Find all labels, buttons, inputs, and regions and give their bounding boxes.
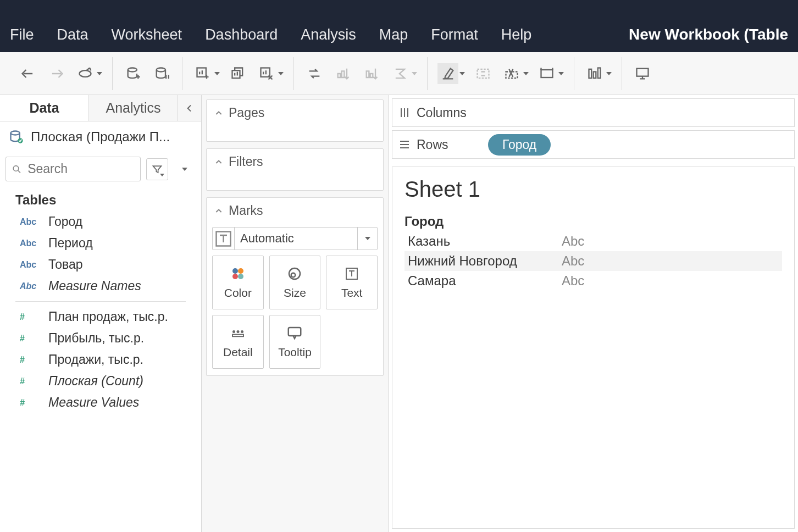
new-worksheet-button[interactable]	[192, 63, 213, 84]
undo-button[interactable]	[18, 63, 38, 84]
datasource-label: Плоская (Продажи П...	[31, 129, 170, 145]
swap-button[interactable]	[304, 63, 325, 84]
svg-point-23	[232, 330, 235, 333]
toolbar	[0, 52, 798, 95]
number-icon: #	[20, 334, 38, 343]
number-icon: #	[20, 398, 38, 408]
labels-button[interactable]	[473, 63, 494, 84]
format-dropdown[interactable]	[523, 72, 529, 75]
table-row[interactable]: СамараAbc	[404, 271, 782, 291]
field-measure[interactable]: #План продаж, тыс.р.	[0, 306, 201, 328]
table-row[interactable]: КазаньAbc	[404, 231, 782, 251]
tab-data[interactable]: Data	[0, 95, 89, 121]
text-mark-icon	[213, 228, 235, 250]
redo-button[interactable]	[46, 63, 67, 84]
workbook-title: New Workbook (Table	[629, 26, 788, 43]
clear-button[interactable]	[256, 63, 277, 84]
menu-map[interactable]: Map	[379, 26, 408, 43]
sheet-canvas[interactable]: Sheet 1 Город КазаньAbc Нижний НовгородA…	[392, 167, 795, 529]
presentation-button[interactable]	[632, 63, 653, 84]
clear-dropdown[interactable]	[278, 72, 284, 75]
datasource-item[interactable]: Плоская (Продажи П...	[0, 121, 201, 152]
detail-icon	[230, 325, 246, 341]
number-icon: #	[20, 312, 38, 322]
sheet-title[interactable]: Sheet 1	[404, 177, 782, 202]
menu-dashboard[interactable]: Dashboard	[205, 26, 278, 43]
pause-datasource-button[interactable]	[151, 63, 172, 84]
show-me-button[interactable]	[584, 63, 605, 84]
field-dimension[interactable]: AbcГород	[0, 211, 201, 232]
row-pill-city[interactable]: Город	[488, 134, 551, 156]
search-box[interactable]	[5, 157, 141, 181]
save-button[interactable]	[75, 63, 96, 84]
totals-dropdown[interactable]	[412, 72, 417, 75]
svg-point-14	[13, 165, 19, 171]
sort-asc-button[interactable]	[332, 63, 353, 84]
show-me-dropdown[interactable]	[606, 72, 612, 75]
filter-icon	[152, 164, 163, 175]
svg-rect-8	[589, 69, 592, 77]
field-dimension[interactable]: AbcТовар	[0, 254, 201, 275]
search-input[interactable]	[27, 162, 135, 176]
menu-file[interactable]: File	[10, 26, 34, 43]
totals-button[interactable]	[390, 63, 411, 84]
svg-rect-7	[541, 70, 553, 77]
duplicate-button[interactable]	[228, 63, 248, 84]
table-row[interactable]: Нижний НовгородAbc	[404, 251, 782, 271]
svg-rect-27	[289, 328, 301, 336]
marks-text-button[interactable]: Text	[326, 256, 378, 309]
svg-rect-5	[478, 69, 489, 77]
new-datasource-button[interactable]	[123, 63, 143, 84]
field-measure-values[interactable]: #Measure Values	[0, 392, 201, 413]
svg-rect-3	[232, 70, 240, 78]
chevron-up-icon	[214, 207, 223, 215]
field-measure[interactable]: #Прибыль, тыс.р.	[0, 328, 201, 349]
marks-tooltip-button[interactable]: Tooltip	[269, 315, 321, 369]
menu-data[interactable]: Data	[57, 26, 88, 43]
new-worksheet-dropdown[interactable]	[214, 72, 220, 75]
sort-desc-button[interactable]	[361, 63, 382, 84]
field-count[interactable]: #Плоская (Count)	[0, 370, 201, 392]
rows-shelf[interactable]: Rows Город	[392, 130, 795, 159]
fit-dropdown[interactable]	[558, 72, 564, 75]
tab-analytics[interactable]: Analytics	[89, 95, 178, 121]
svg-point-19	[238, 274, 243, 279]
mark-type-dropdown[interactable]	[357, 228, 377, 250]
format-button[interactable]	[501, 63, 522, 84]
marks-color-button[interactable]: Color	[212, 256, 264, 309]
marks-header[interactable]: Marks	[207, 198, 383, 224]
highlight-button[interactable]	[437, 63, 458, 84]
color-icon	[230, 265, 246, 282]
menu-help[interactable]: Help	[501, 26, 532, 43]
marks-detail-button[interactable]: Detail	[212, 315, 264, 369]
field-measure[interactable]: #Продажи, тыс.р.	[0, 349, 201, 370]
viz-area: Columns Rows Город Sheet 1 Город КазаньA…	[389, 95, 798, 532]
menu-worksheet[interactable]: Worksheet	[112, 26, 182, 43]
highlight-dropdown[interactable]	[459, 72, 465, 75]
marks-size-button[interactable]: Size	[269, 256, 321, 309]
svg-rect-10	[598, 68, 601, 78]
svg-point-25	[241, 330, 243, 333]
text-icon	[343, 265, 360, 282]
menu-analysis[interactable]: Analysis	[301, 26, 356, 43]
divider	[15, 301, 186, 302]
field-dimension[interactable]: AbcПериод	[0, 232, 201, 254]
pages-card[interactable]: Pages	[206, 99, 384, 142]
filter-fields-button[interactable]	[146, 158, 168, 180]
abc-icon: Abc	[20, 260, 38, 270]
field-measure-names[interactable]: AbcMeasure Names	[0, 275, 201, 297]
tables-header: Tables	[0, 187, 201, 211]
filters-card[interactable]: Filters	[206, 148, 384, 191]
menu-format[interactable]: Format	[431, 26, 478, 43]
rows-icon	[392, 138, 417, 151]
columns-icon	[392, 106, 417, 119]
save-dropdown[interactable]	[97, 72, 102, 75]
fields-menu-button[interactable]	[174, 158, 196, 180]
fit-button[interactable]	[536, 63, 557, 84]
columns-shelf[interactable]: Columns	[392, 98, 795, 127]
svg-rect-11	[637, 68, 649, 76]
collapse-panel-button[interactable]	[178, 95, 201, 121]
mark-type-select[interactable]: Automatic	[212, 227, 378, 250]
number-icon: #	[20, 355, 38, 365]
size-icon	[286, 265, 303, 282]
